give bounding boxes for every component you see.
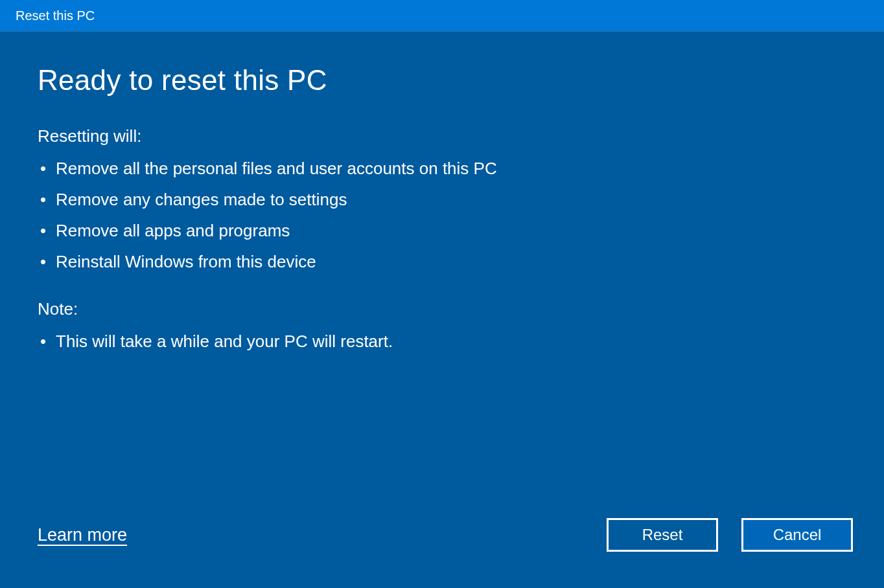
page-title: Ready to reset this PC [38,64,846,96]
list-item: Remove any changes made to settings [40,184,846,215]
list-item: Remove all the personal files and user a… [40,153,846,184]
list-item: Reinstall Windows from this device [40,246,846,277]
note-label: Note: [38,299,846,319]
resetting-label: Resetting will: [38,126,846,146]
learn-more-link[interactable]: Learn more [38,525,127,545]
list-item: This will take a while and your PC will … [40,326,846,357]
button-row: Reset Cancel [607,518,853,552]
footer: Learn more Reset Cancel [38,518,853,552]
cancel-button[interactable]: Cancel [741,518,853,552]
resetting-list: Remove all the personal files and user a… [38,153,846,277]
list-item: Remove all apps and programs [40,215,846,246]
note-list: This will take a while and your PC will … [38,326,846,357]
content-area: Ready to reset this PC Resetting will: R… [0,31,884,588]
titlebar: Reset this PC [0,0,884,31]
window-title: Reset this PC [16,8,95,23]
reset-button[interactable]: Reset [607,518,718,552]
